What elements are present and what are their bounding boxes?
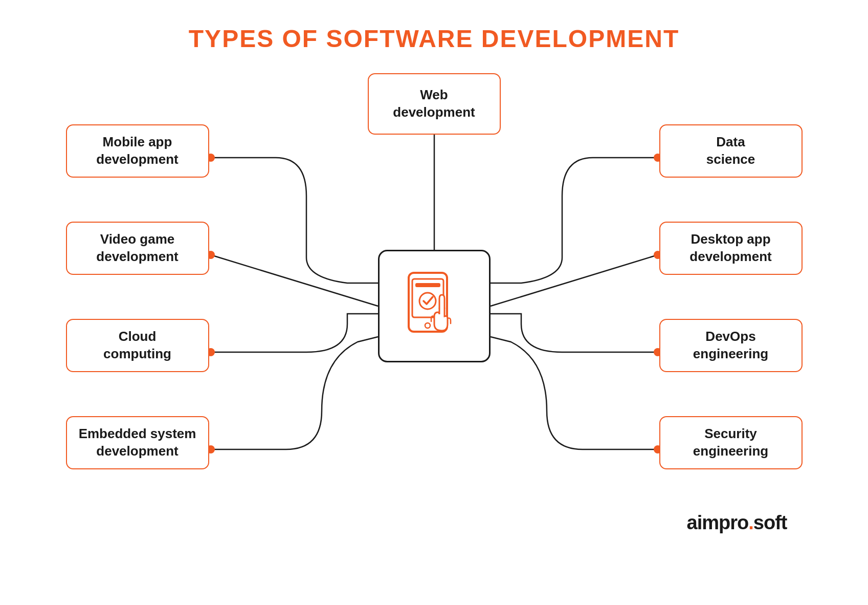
svg-point-15 — [419, 293, 436, 309]
logo-text-after: soft — [753, 512, 787, 533]
svg-line-8 — [491, 255, 658, 306]
diagram: Web development Mobile app development V… — [51, 63, 818, 549]
box-cloud-computing: Cloud computing — [66, 319, 209, 372]
svg-point-16 — [425, 323, 430, 328]
company-logo: aimpro.soft — [687, 512, 787, 534]
page-title: TYPES OF SOFTWARE DEVELOPMENT — [189, 25, 679, 53]
box-web-development: Web development — [368, 73, 501, 135]
box-security-engineering: Security engineering — [659, 416, 803, 469]
box-data-science: Data science — [659, 124, 803, 178]
box-mobile-app: Mobile app development — [66, 124, 209, 178]
svg-rect-14 — [415, 283, 440, 287]
logo-dot: . — [748, 512, 753, 533]
box-embedded-system: Embedded system development — [66, 416, 209, 469]
box-devops-engineering: DevOps engineering — [659, 319, 803, 372]
center-icon-box — [378, 250, 491, 362]
svg-line-3 — [211, 255, 378, 306]
logo-text-before: aimpro — [687, 512, 749, 533]
box-desktop-app: Desktop app development — [659, 222, 803, 275]
phone-touch-icon — [396, 268, 473, 344]
box-video-game: Video game development — [66, 222, 209, 275]
